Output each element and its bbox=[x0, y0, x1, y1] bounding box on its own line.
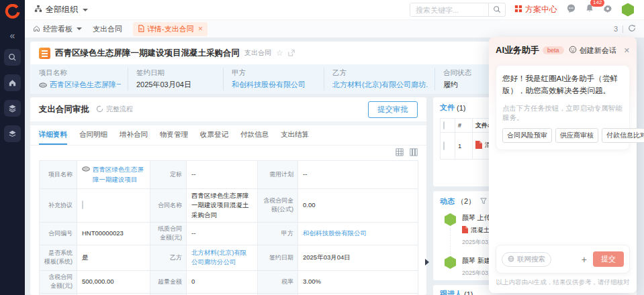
submit-approval-button[interactable]: 提交审批 bbox=[368, 101, 418, 118]
action-supplier-audit-button[interactable]: 供应商审核 bbox=[555, 128, 598, 143]
notifications-button[interactable]: 142 bbox=[585, 3, 594, 16]
checkbox[interactable] bbox=[82, 200, 83, 209]
tab-settlement[interactable]: 支出结算 bbox=[281, 125, 309, 145]
table-row: 补充协议 合同名称 西青区绿色生态屏障一期建设项目混凝土采购合同 含税合同金额(… bbox=[40, 189, 418, 223]
field-label: 税率 bbox=[258, 270, 298, 293]
org-selector[interactable]: 全部组织 bbox=[34, 4, 88, 15]
attach-plus-icon[interactable]: + bbox=[582, 254, 587, 265]
new-session-label: 创建新会话 bbox=[580, 46, 616, 56]
close-icon[interactable]: ✕ bbox=[198, 25, 203, 32]
checkbox[interactable] bbox=[443, 121, 445, 129]
pdf-icon bbox=[475, 140, 482, 152]
field-value: 3.00% bbox=[298, 270, 418, 293]
plan-center-link[interactable]: 方案中心 bbox=[514, 4, 557, 15]
project-link[interactable]: 西青区绿色生态屏障一期建设项目 bbox=[93, 165, 145, 184]
topbar: 全部组织 方案中心 bbox=[25, 0, 644, 20]
activity-title: 动态 bbox=[440, 196, 455, 206]
checkbox[interactable] bbox=[443, 141, 445, 150]
table-row: 是否系统模板(系统) 是 乙方 北方材料(北京)有限公司廊坊分公司 签约日期 2… bbox=[40, 245, 418, 270]
ai-welcome-card: 您好！我是红圈AI业务助手（尝鲜版），助您高效解决各类问题。 点击下方任务按钮，… bbox=[496, 65, 630, 150]
external-link-icon[interactable] bbox=[288, 47, 295, 59]
timeline-rail bbox=[450, 228, 451, 255]
field-label: 乙方 bbox=[332, 68, 428, 78]
field-label: 项目名称 bbox=[39, 68, 121, 78]
contract-detail-card: 支出合同审批 完整流程 提交审批 详细资料 合同明细 增补合同 物资管理 收票登… bbox=[30, 97, 426, 295]
grid-view-icon[interactable] bbox=[396, 147, 404, 159]
approval-row: 支出合同审批 完整流程 提交审批 bbox=[30, 97, 426, 121]
org-label: 全部组织 bbox=[46, 4, 78, 15]
project-icon bbox=[39, 81, 47, 89]
sidebar-item-modules[interactable] bbox=[4, 125, 21, 142]
user-avatar[interactable] bbox=[621, 3, 635, 17]
field-value: HNT00000023 bbox=[77, 222, 150, 245]
page-tabbar: 经营看板 支出合同 详情-支出合同 ✕ 3 bbox=[25, 20, 644, 38]
action-contract-risk-button[interactable]: 合同风险预审 bbox=[502, 128, 552, 143]
ai-hint: 点击下方任务按钮，立即启动专属智能服务。 bbox=[502, 104, 623, 123]
process-flow[interactable]: 完整流程 bbox=[96, 105, 133, 114]
activity-user: 颜琴 bbox=[462, 214, 475, 221]
search-input[interactable] bbox=[410, 3, 488, 16]
files-title: 文件 bbox=[440, 103, 455, 113]
sidebar-item-apps[interactable] bbox=[4, 100, 21, 117]
tab-payments[interactable]: 付款信息 bbox=[240, 125, 269, 145]
table-toolbar bbox=[30, 145, 426, 160]
brand-logo[interactable] bbox=[5, 4, 20, 22]
panel-collapse-arrow[interactable] bbox=[425, 259, 429, 266]
tab-contract-items[interactable]: 合同明细 bbox=[79, 125, 107, 145]
tab-materials[interactable]: 物资管理 bbox=[160, 125, 188, 145]
approval-title: 支出合同审批 bbox=[39, 104, 89, 115]
followers-title: 跟进人 bbox=[440, 289, 462, 295]
messages-button[interactable] bbox=[566, 3, 576, 16]
ai-assistant-panel: AI业务助手 beta 创建新会话 ✕ 您好！我是红圈AI业务助手（尝鲜版），助… bbox=[489, 37, 637, 293]
search-icon bbox=[8, 53, 17, 62]
home-icon bbox=[8, 78, 17, 87]
close-icon[interactable]: ✕ bbox=[624, 46, 630, 55]
table-row: 含税合同金额(元) 500,000.00 超量金额 0 税率 3.00% bbox=[40, 270, 418, 293]
party-b-link[interactable]: 北方材料(北京)有限公司廊坊... bbox=[332, 80, 428, 90]
ai-submit-button[interactable]: 提交 bbox=[593, 251, 624, 267]
activity-count: （2） bbox=[457, 196, 475, 206]
party-b-link[interactable]: 北方材料(北京)有限公司廊坊分公司 bbox=[191, 249, 246, 266]
project-link[interactable]: 西青区绿色生态屏障一... bbox=[50, 80, 121, 90]
tab-invoices[interactable]: 收票登记 bbox=[200, 125, 228, 145]
ai-panel-header: AI业务助手 beta 创建新会话 ✕ bbox=[496, 44, 630, 56]
field-label: 甲方 bbox=[232, 68, 317, 78]
topbar-actions: 方案中心 142 bbox=[410, 3, 635, 17]
search-submit-button[interactable] bbox=[488, 3, 505, 16]
field-value: -- bbox=[187, 161, 258, 189]
field-value: 2025年03月04日 bbox=[136, 80, 216, 90]
org-tree-icon bbox=[34, 5, 42, 15]
field-label: 超量金额 bbox=[150, 270, 187, 293]
favorite-star-icon[interactable]: ☆ bbox=[276, 48, 283, 58]
tab-dashboard[interactable]: 经营看板 bbox=[33, 24, 82, 34]
settings-button[interactable] bbox=[603, 4, 612, 16]
sidebar-item-search[interactable] bbox=[4, 49, 21, 66]
notification-badge: 142 bbox=[590, 0, 604, 7]
party-a-link[interactable]: 和创科技股份有限公司 bbox=[232, 80, 317, 90]
page-title: 西青区绿色生态屏障一期建设项目混凝土采购合同 bbox=[55, 48, 240, 59]
tab-detail-info[interactable]: 详细资料 bbox=[39, 125, 67, 145]
tab-supplement[interactable]: 增补合同 bbox=[120, 125, 148, 145]
tab-contract-detail[interactable]: 详情-支出合同 ✕ bbox=[133, 22, 208, 36]
web-search-toggle[interactable]: 联网搜索 bbox=[502, 252, 551, 267]
party-a-link[interactable]: 和创科技股份有限公司 bbox=[303, 229, 367, 237]
new-session-button[interactable]: 创建新会话 bbox=[569, 46, 616, 56]
field-label: 签约日期 bbox=[136, 68, 216, 78]
filter-funnel-icon[interactable] bbox=[480, 198, 487, 206]
field-value: 是 bbox=[77, 245, 150, 270]
files-count: (1) bbox=[457, 104, 465, 112]
process-label: 完整流程 bbox=[106, 105, 133, 114]
select-cell bbox=[441, 133, 455, 160]
refresh-icon[interactable] bbox=[628, 24, 636, 34]
sidebar-collapse-icon[interactable]: « bbox=[10, 31, 15, 40]
tab-expense-contract[interactable]: 支出合同 bbox=[93, 24, 122, 34]
columns-icon[interactable] bbox=[410, 147, 418, 159]
contract-detail-table: 项目名称 西青区绿色生态屏障一期建设项目 定标 -- 需用计划 -- 补充协议 … bbox=[39, 160, 418, 295]
field-label: 乙方 bbox=[150, 245, 187, 270]
summary-field: 项目名称 西青区绿色生态屏障一... bbox=[39, 68, 128, 91]
field-label: 含税合同金额(元) bbox=[40, 270, 77, 293]
sidebar-item-home[interactable] bbox=[4, 74, 21, 91]
chevron-down-icon bbox=[77, 27, 82, 30]
web-search-label: 联网搜索 bbox=[517, 255, 545, 264]
action-payment-compare-button[interactable]: 付款信息比对 bbox=[602, 128, 644, 143]
